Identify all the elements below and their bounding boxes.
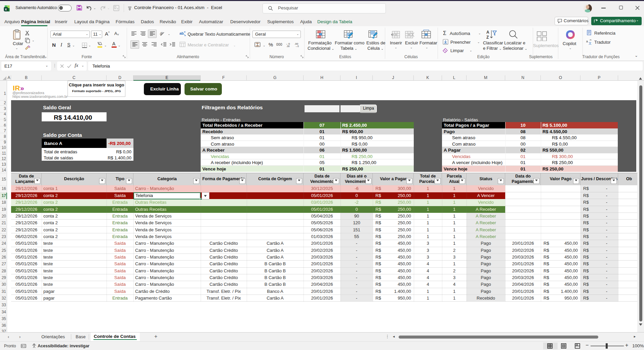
- svg-text:x: x: [5, 7, 7, 11]
- svg-text:ab: ab: [179, 31, 184, 35]
- svg-text:Z: Z: [486, 35, 489, 40]
- svg-text:A: A: [486, 30, 489, 35]
- svg-text:→0: →0: [295, 45, 299, 47]
- svg-text:a: a: [586, 40, 588, 43]
- svg-text:ab: ab: [160, 31, 164, 36]
- svg-text:.00: .00: [286, 45, 290, 47]
- svg-text:文: 文: [589, 42, 592, 45]
